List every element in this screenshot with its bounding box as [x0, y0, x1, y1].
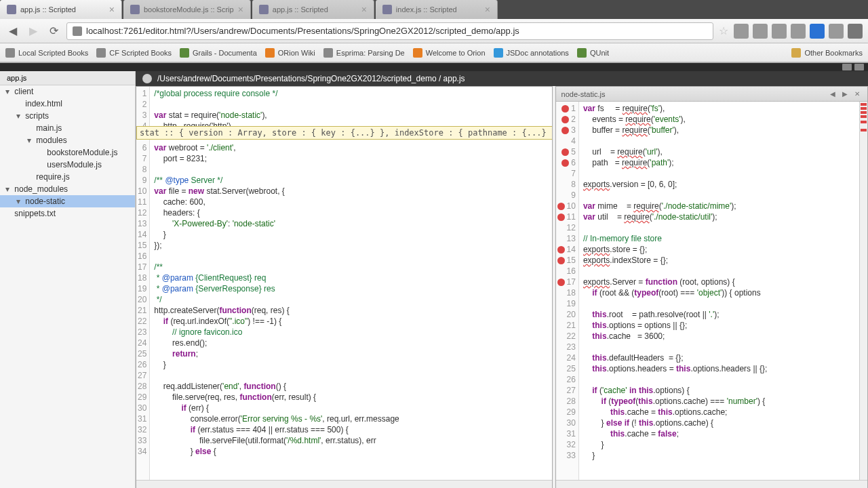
other-bookmarks[interactable]: Other Bookmarks	[791, 48, 863, 58]
left-hscroll[interactable]	[136, 480, 552, 488]
settings-icon[interactable]	[854, 64, 864, 70]
code-line[interactable]: if ('cache' in this.options) {	[583, 385, 767, 396]
tree-item[interactable]: ▾ client	[0, 85, 135, 98]
tree-toggle-icon[interactable]: ▾	[27, 136, 34, 145]
left-editor[interactable]: 1234567891011121314151617181920212223242…	[136, 86, 553, 488]
code-line[interactable]: /**	[154, 262, 399, 272]
code-line[interactable]: var stat = require('node-static'),	[154, 110, 399, 121]
tree-item[interactable]: snippets.txt	[0, 207, 135, 220]
code-line[interactable]: res.end();	[154, 338, 399, 348]
bookmark-item[interactable]: Welcome to Orion	[413, 48, 486, 58]
error-icon[interactable]	[557, 257, 565, 264]
code-line[interactable]: var file = new stat.Server(webroot, {	[154, 186, 399, 197]
browser-tab[interactable]: app.js :: Scripted×	[252, 0, 374, 19]
url-bar[interactable]: localhost:7261/editor.html?/Users/andrew…	[66, 22, 713, 40]
left-code[interactable]: /*global process require console */ var …	[150, 87, 403, 480]
code-line[interactable]: var webroot = './client',	[154, 142, 399, 153]
code-line[interactable]: // In-memory file store	[583, 233, 767, 244]
code-line[interactable]: 'X-Powered-By': 'node-static'	[154, 218, 399, 229]
tree-item[interactable]: ▾ scripts	[0, 110, 135, 122]
tree-item[interactable]: index.html	[0, 98, 135, 110]
ext-icon-2[interactable]	[753, 24, 768, 39]
code-line[interactable]: * @param {ClientRequest} req	[154, 272, 399, 283]
code-line[interactable]: headers: {	[154, 207, 399, 218]
code-line[interactable]: } else {	[154, 446, 399, 457]
tree-toggle-icon[interactable]: ▾	[5, 184, 12, 194]
code-line[interactable]: port = 8231;	[154, 153, 399, 164]
code-line[interactable]	[583, 222, 767, 233]
ext-icon-6[interactable]	[829, 24, 844, 39]
code-line[interactable]: }	[583, 439, 767, 450]
code-line[interactable]: req.addListener('end', function() {	[154, 381, 399, 392]
code-line[interactable]: /*global process require console */	[154, 88, 399, 99]
tree-toggle-icon[interactable]: ▾	[5, 87, 12, 96]
error-icon[interactable]	[561, 159, 569, 167]
code-line[interactable]: if (root && (typeof(root) === 'object'))…	[583, 287, 767, 298]
code-line[interactable]: if (req.url.indexOf(".ico") !== -1) {	[154, 316, 399, 327]
ext-icon-3[interactable]	[772, 24, 787, 39]
bookmark-item[interactable]: Local Scripted Books	[5, 48, 88, 58]
code-line[interactable]: */	[154, 294, 399, 305]
code-line[interactable]	[154, 99, 399, 110]
tree-item[interactable]: usersModule.js	[0, 159, 135, 171]
code-line[interactable]: this.cache = this.options.cache;	[583, 407, 767, 418]
tree-item[interactable]: main.js	[0, 122, 135, 134]
code-line[interactable]: console.error('Error serving %s - %s', r…	[154, 413, 399, 424]
code-line[interactable]	[154, 370, 399, 381]
tab-close-icon[interactable]: ×	[109, 4, 115, 15]
code-line[interactable]: } else if (! this.options.cache) {	[583, 418, 767, 428]
code-line[interactable]	[154, 251, 399, 262]
ext-icon-4[interactable]	[791, 24, 806, 39]
code-line[interactable]: }	[154, 229, 399, 240]
bookmark-item[interactable]: ORion Wiki	[265, 48, 315, 58]
error-icon[interactable]	[557, 246, 565, 253]
code-line[interactable]: /** @type Server */	[154, 175, 399, 186]
tree-item[interactable]: bookstoreModule.js	[0, 146, 135, 159]
code-line[interactable]: buffer = require('buffer'),	[583, 125, 767, 136]
code-line[interactable]: this.cache = 3600;	[583, 331, 767, 342]
code-line[interactable]: if (err) {	[154, 403, 399, 413]
code-line[interactable]: }	[154, 359, 399, 370]
bookmark-item[interactable]: Grails - Documenta	[180, 48, 257, 58]
prev-icon[interactable]: ◀	[828, 89, 837, 99]
error-icon[interactable]	[561, 127, 569, 134]
sidebar-tab[interactable]: app.js	[0, 71, 135, 85]
browser-tab[interactable]: app.js :: Scripted×	[0, 0, 122, 19]
code-line[interactable]: // ignore favicon.ico	[154, 327, 399, 338]
error-icon[interactable]	[557, 203, 565, 210]
code-line[interactable]: return;	[154, 348, 399, 359]
error-icon[interactable]	[561, 148, 569, 156]
code-line[interactable]: }	[583, 450, 767, 461]
tab-close-icon[interactable]: ×	[361, 4, 367, 15]
overview-ruler[interactable]	[859, 102, 867, 480]
tree-toggle-icon[interactable]: ▾	[16, 197, 23, 206]
code-line[interactable]: exports.store = {};	[583, 244, 767, 255]
code-line[interactable]: var util = require('./node-static/util')…	[583, 211, 767, 222]
menu-icon[interactable]	[848, 24, 863, 39]
code-line[interactable]	[583, 168, 767, 179]
left-code-body[interactable]: 1234567891011121314151617181920212223242…	[136, 87, 552, 480]
code-line[interactable]	[583, 190, 767, 201]
code-line[interactable]: });	[154, 240, 399, 251]
code-line[interactable]: path = require('path');	[583, 157, 767, 168]
star-icon[interactable]: ☆	[719, 24, 728, 37]
error-icon[interactable]	[557, 214, 565, 221]
tab-close-icon[interactable]: ×	[238, 4, 243, 15]
code-line[interactable]: url = require('url'),	[583, 146, 767, 157]
error-icon[interactable]	[561, 105, 569, 113]
code-line[interactable]: this.root = path.resolve(root || '.');	[583, 309, 767, 320]
code-line[interactable]: cache: 600,	[154, 197, 399, 207]
tree-item[interactable]: ▾ node-static	[0, 195, 135, 207]
code-line[interactable]	[583, 374, 767, 385]
bookmark-item[interactable]: JSDoc annotations	[494, 48, 569, 58]
code-line[interactable]: exports.indexStore = {};	[583, 255, 767, 266]
code-line[interactable]: var mime = require('./node-static/mime')…	[583, 201, 767, 211]
panel-toggle-icon[interactable]	[842, 64, 852, 70]
code-line[interactable]: exports.Server = function (root, options…	[583, 277, 767, 287]
code-line[interactable]: this.cache = false;	[583, 428, 767, 439]
code-line[interactable]: this.options.headers = this.options.head…	[583, 363, 767, 374]
right-hscroll[interactable]	[556, 480, 867, 488]
tree-toggle-icon[interactable]: ▾	[16, 111, 23, 121]
code-line[interactable]: this.options = options || {};	[583, 320, 767, 331]
bookmark-item[interactable]: Esprima: Parsing De	[323, 48, 405, 58]
